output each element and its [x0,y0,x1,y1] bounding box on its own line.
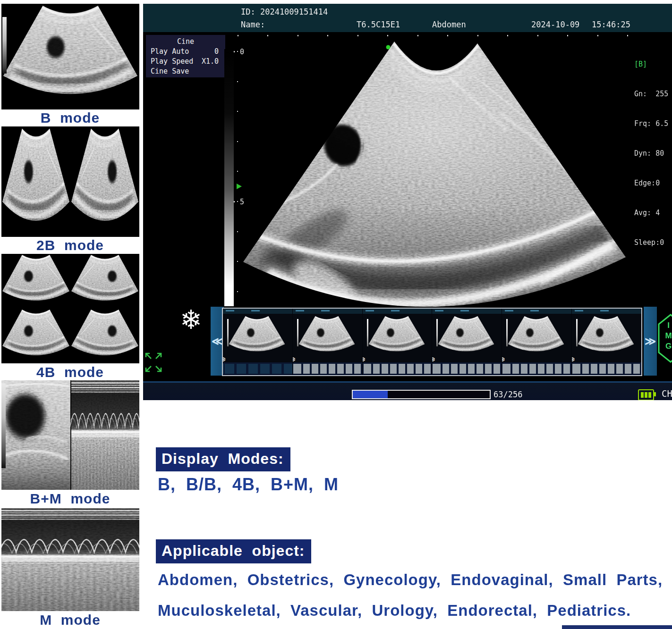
exam-time: 15:46:25 [592,20,630,29]
2b-mode-label: 2B mode [0,237,140,253]
thumb-header [432,309,502,314]
thumb-filmstrip [363,362,432,375]
frame-counter: 63/256 [493,390,522,399]
grayscale-bar [2,17,7,74]
ultrasound-screen: ID: 20241009151414 Name: T6.5C15E1 Abdom… [143,4,672,400]
param-average: Avg: 4 [634,208,672,218]
gallery-thumbnail-strip: ❆ ❆ ❆ ❆ [222,308,642,376]
thumb-graybar [436,319,438,346]
thumb-header [363,309,432,314]
exam-preset: Abdomen [432,20,466,29]
4b-mode-label: 4B mode [0,364,140,380]
snowflake-icon: ❆ [432,356,435,363]
param-dynamic-range: Dyn: 80 [634,149,672,159]
screen-header: ID: 20241009151414 Name: T6.5C15E1 Abdom… [143,4,672,32]
cine-menu: Cine Play Auto 0 Play Speed X1.0 Cine Sa… [146,35,225,77]
applicable-object-line2: Muculoskeletal, Vascular, Urology, Endor… [158,602,631,620]
display-modes-value: B, B/B, 4B, B+M, M [158,475,339,495]
mode-badge: [B] [634,59,672,69]
snowflake-icon: ❆ [223,356,226,363]
snowflake-icon: ❆ [572,356,575,363]
applicable-object-title: Applicable object: [156,539,311,563]
gallery-thumbnail-6[interactable]: ❆ [572,309,641,375]
name-label: Name: [241,20,265,29]
gallery-thumbnail-2[interactable]: ❆ [293,309,362,375]
b-mode-thumbnail [1,4,139,109]
thumb-graybar [297,319,298,346]
applicable-object-line1: Abdomen, Obstetrics, Gynecology, Endovag… [158,571,663,589]
battery-icon [638,389,654,400]
cine-save[interactable]: Cine Save [146,67,225,76]
thumb-graybar [227,319,229,346]
thumb-filmstrip [432,362,502,375]
img-badge-label[interactable]: IMG [664,321,672,352]
cine-play-auto[interactable]: Play Auto 0 [146,47,225,57]
imaging-params: [B] Gn: 255 Frq: 6.5 Dyn: 80 Edge:0 Avg:… [634,40,672,268]
thumb-filmstrip [293,362,362,375]
decorative-corner-bar [562,625,672,629]
thumb-filmstrip [572,362,641,375]
page: B mode 2B mode 4B mode B+M mode M mode I… [0,0,672,629]
cine-menu-title[interactable]: Cine [146,37,225,47]
exam-date: 2024-10-09 [531,20,579,29]
2b-mode-thumbnail [1,126,139,237]
thumb-header [502,309,571,314]
gallery-thumbnail-4[interactable]: ❆ [432,309,502,375]
grayscale-bar [224,49,234,306]
display-modes-title: Display Modes: [156,447,290,471]
status-bar: 63/256 CH [143,381,672,400]
param-sleep: Sleep:0 [634,238,672,248]
thumb-header [223,309,292,314]
expand-arrows-icon[interactable] [144,352,163,374]
snowflake-icon: ❆ [293,356,296,363]
gallery-next-button[interactable]: ≫ [644,307,657,376]
cine-progress-bar[interactable] [352,390,491,399]
probe-orientation-dot [386,45,391,50]
thumb-graybar [576,319,578,346]
thumb-header [572,309,641,314]
cine-play-speed[interactable]: Play Speed X1.0 [146,57,225,67]
m-mode-label: M mode [0,612,140,628]
thumb-header [293,309,362,314]
param-gain: Gn: 255 [634,89,672,99]
b-mode-label: B mode [0,110,140,126]
gallery-thumbnail-3[interactable]: ❆ [363,309,432,375]
gallery-thumbnail-1[interactable]: ❆ [223,309,292,375]
channel-label: CH [662,388,672,399]
probe-model: T6.5C15E1 [357,20,400,29]
param-edge: Edge:0 [634,178,672,188]
grayscale-bar [1,383,6,468]
cine-progress-fill [353,391,388,398]
thumb-filmstrip [502,362,571,375]
b-plus-m-mode-label: B+M mode [0,491,140,507]
m-mode-thumbnail [1,508,139,611]
param-frequency: Frq: 6.5 [634,119,672,129]
thumb-filmstrip [223,362,292,375]
b-mode-scan-image [236,34,630,312]
thumb-graybar [367,319,368,346]
thumb-graybar [506,319,508,346]
snowflake-icon: ❆ [502,356,505,363]
b-plus-m-mode-thumbnail [1,380,139,490]
freeze-icon[interactable]: ❄ [180,306,202,334]
gallery-thumbnail-5[interactable]: ❆ [502,309,571,375]
4b-mode-thumbnail [1,254,139,363]
snowflake-icon: ❆ [363,356,366,363]
patient-id: ID: 20241009151414 [241,7,328,17]
